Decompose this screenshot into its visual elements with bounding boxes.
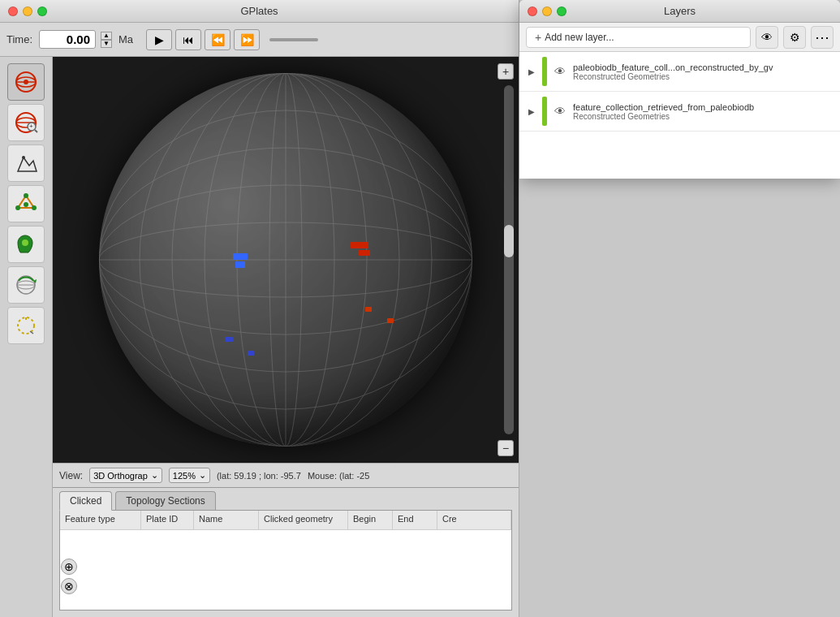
svg-rect-43: [387, 318, 394, 323]
layer-info: paleobiodb_feature_coll...on_reconstruct…: [573, 63, 834, 81]
time-input[interactable]: 0.00: [39, 30, 96, 49]
spinner-up[interactable]: ▲: [101, 32, 112, 40]
layer-color-indicator: [542, 97, 547, 126]
svg-rect-36: [233, 253, 248, 260]
close-button[interactable]: [8, 6, 18, 16]
globe-grid: [99, 73, 472, 447]
time-spinner[interactable]: ▲ ▼: [101, 32, 112, 48]
col-name: Name: [194, 511, 259, 529]
coordinates-display: (lat: 59.19 ; lon: -95.7: [217, 471, 301, 481]
svg-point-12: [24, 193, 28, 198]
spinner-down[interactable]: ▼: [101, 40, 112, 48]
globe-rotation-tool[interactable]: [7, 63, 45, 101]
layer-info: feature_collection_retrieved_from_paleob…: [573, 102, 834, 121]
add-layer-button[interactable]: + Add new layer...: [526, 27, 751, 48]
col-begin: Begin: [348, 511, 393, 529]
ma-label: Ma: [118, 33, 133, 45]
status-bar: View: 3D Orthograp ⌄ 125% ⌄ (lat: 59.19 …: [53, 463, 519, 487]
zoom-out-button[interactable]: −: [498, 440, 514, 456]
bottom-tabs: Clicked Topology Sections: [53, 488, 519, 510]
remove-row-button[interactable]: ⊗: [61, 578, 77, 594]
scroll-thumb: [504, 225, 514, 257]
layer-visibility-toggle[interactable]: 👁: [552, 63, 568, 80]
layer-name: feature_collection_retrieved_from_paleob…: [573, 102, 834, 112]
col-plate-id: Plate ID: [141, 511, 194, 529]
zoom-in-button[interactable]: +: [498, 63, 514, 80]
tools-sidebar: +: [0, 57, 53, 617]
svg-rect-39: [248, 351, 254, 356]
clicked-tab[interactable]: Clicked: [59, 491, 112, 511]
svg-point-13: [32, 205, 37, 210]
settings-button[interactable]: ⚙: [783, 26, 806, 49]
svg-rect-38: [225, 337, 233, 342]
more-button[interactable]: ⋯: [811, 26, 834, 49]
skip-to-start-button[interactable]: ⏮: [175, 29, 201, 50]
speed-slider[interactable]: [269, 38, 318, 41]
layer-expand-icon[interactable]: ▶: [526, 106, 537, 117]
table-header: Feature type Plate ID Name Clicked geome…: [60, 511, 511, 530]
layer-visibility-toggle[interactable]: 👁: [552, 103, 568, 119]
layer-type: Reconstructed Geometries: [573, 112, 834, 121]
play-button[interactable]: ▶: [146, 29, 172, 50]
svg-rect-37: [235, 261, 245, 268]
zoom-level-select[interactable]: 125% ⌄: [169, 468, 210, 483]
gplates-window: GPlates Time: 0.00 ▲ ▼ Ma ▶ ⏮ ⏪ ⏩: [0, 0, 519, 617]
plus-icon: +: [535, 31, 541, 44]
layers-title: Layers: [664, 5, 696, 17]
add-row-button[interactable]: ⊕: [61, 559, 77, 575]
svg-point-15: [24, 202, 28, 207]
svg-text:+: +: [29, 123, 33, 130]
layer-item[interactable]: ▶ 👁 paleobiodb_feature_coll...on_reconst…: [519, 52, 840, 92]
globe: [99, 73, 472, 447]
time-label: Time:: [6, 33, 32, 45]
layers-list: ▶ 👁 paleobiodb_feature_coll...on_reconst…: [519, 52, 840, 179]
svg-point-10: [22, 156, 25, 159]
col-clicked-geometry: Clicked geometry: [259, 511, 348, 529]
svg-point-16: [22, 239, 28, 246]
layer-item[interactable]: ▶ 👁 feature_collection_retrieved_from_pa…: [519, 92, 840, 132]
view-label: View:: [59, 470, 83, 481]
svg-rect-42: [365, 307, 372, 312]
svg-rect-40: [351, 242, 368, 248]
svg-point-14: [15, 205, 20, 210]
main-area: +: [0, 57, 519, 617]
feature-inspect-tool[interactable]: [7, 226, 45, 263]
gplates-title-bar: GPlates: [0, 0, 519, 23]
maximize-button[interactable]: [37, 6, 47, 16]
map-container: + − View: 3D Orthograp ⌄ 125% ⌄ (lat: 59…: [53, 57, 519, 617]
layer-color-indicator: [542, 57, 547, 86]
reconstruction-tool[interactable]: [7, 266, 45, 304]
eye-button[interactable]: 👁: [756, 26, 778, 49]
map-viewport[interactable]: + −: [53, 57, 519, 463]
window-title: GPlates: [240, 5, 278, 17]
zoom-globe-tool[interactable]: +: [7, 104, 45, 141]
layer-expand-icon[interactable]: ▶: [526, 66, 537, 77]
layers-minimize-button[interactable]: [542, 6, 552, 16]
topology-sections-tab[interactable]: Topology Sections: [115, 491, 215, 510]
layer-type: Reconstructed Geometries: [573, 72, 834, 81]
layer-name: paleobiodb_feature_coll...on_reconstruct…: [573, 63, 834, 72]
bottom-table: Feature type Plate ID Name Clicked geome…: [59, 510, 512, 611]
bottom-panel: Clicked Topology Sections Feature type P…: [53, 487, 519, 617]
layers-maximize-button[interactable]: [557, 6, 566, 16]
col-cre: Cre: [437, 511, 511, 529]
layers-window: Layers + Add new layer... 👁 ⚙ ⋯ ▶ 👁 pale…: [519, 0, 840, 179]
svg-line-8: [35, 130, 37, 132]
view-mode-select[interactable]: 3D Orthograp ⌄: [89, 468, 162, 483]
layers-title-bar: Layers: [519, 0, 840, 23]
svg-rect-41: [359, 250, 370, 256]
main-toolbar: Time: 0.00 ▲ ▼ Ma ▶ ⏮ ⏪ ⏩: [0, 23, 519, 57]
window-controls: [8, 6, 47, 16]
layers-window-controls: [528, 6, 566, 16]
scroll-bar[interactable]: [504, 85, 514, 434]
layers-close-button[interactable]: [528, 6, 537, 16]
col-end: End: [393, 511, 437, 529]
digitize-tool[interactable]: [7, 145, 45, 182]
topology-tool[interactable]: [7, 185, 45, 222]
col-feature-type: Feature type: [60, 511, 141, 529]
small-circle-tool[interactable]: [7, 307, 45, 344]
minimize-button[interactable]: [23, 6, 32, 16]
skip-back-button[interactable]: ⏪: [205, 29, 230, 50]
skip-forward-button[interactable]: ⏩: [234, 29, 260, 50]
layers-toolbar: + Add new layer... 👁 ⚙ ⋯: [519, 23, 840, 52]
